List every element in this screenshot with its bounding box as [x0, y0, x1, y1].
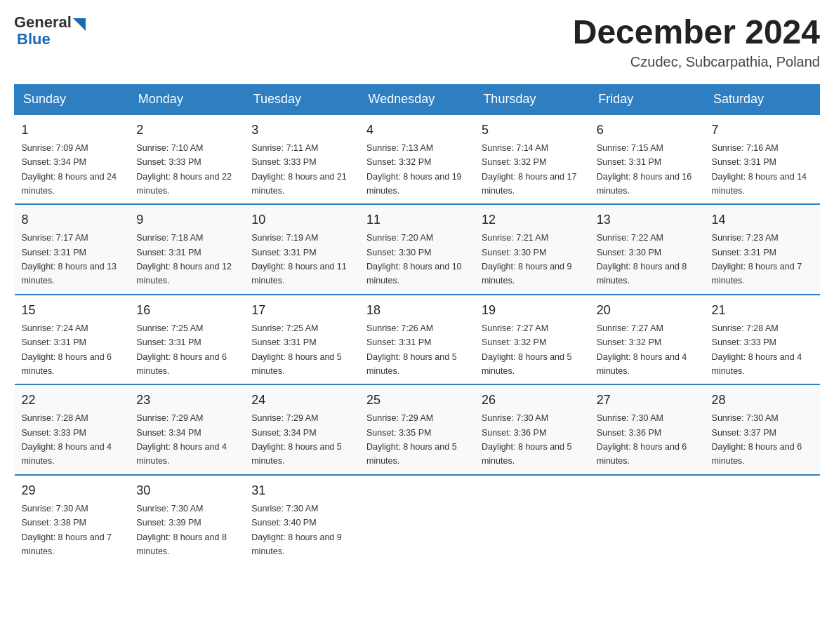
calendar-title: December 2024: [573, 14, 820, 51]
logo-arrow-icon: [73, 18, 86, 31]
calendar-cell: 10Sunrise: 7:19 AMSunset: 3:31 PMDayligh…: [244, 204, 359, 295]
day-info: Sunrise: 7:24 AMSunset: 3:31 PMDaylight:…: [22, 323, 112, 376]
calendar-cell: 6Sunrise: 7:15 AMSunset: 3:31 PMDaylight…: [590, 114, 705, 205]
day-info: Sunrise: 7:15 AMSunset: 3:31 PMDaylight:…: [597, 143, 692, 196]
day-number: 1: [22, 121, 123, 140]
day-number: 4: [366, 121, 468, 140]
calendar-cell: 18Sunrise: 7:26 AMSunset: 3:31 PMDayligh…: [359, 295, 475, 385]
calendar-cell: 4Sunrise: 7:13 AMSunset: 3:32 PMDaylight…: [359, 114, 475, 205]
calendar-cell: 28Sunrise: 7:30 AMSunset: 3:37 PMDayligh…: [705, 384, 820, 475]
day-number: 16: [136, 301, 237, 320]
day-number: 20: [597, 301, 698, 320]
calendar-cell: 3Sunrise: 7:11 AMSunset: 3:33 PMDaylight…: [244, 114, 359, 205]
day-info: Sunrise: 7:27 AMSunset: 3:32 PMDaylight:…: [597, 323, 687, 376]
calendar-cell: [359, 475, 475, 565]
calendar-cell: 8Sunrise: 7:17 AMSunset: 3:31 PMDaylight…: [15, 204, 130, 295]
calendar-cell: 22Sunrise: 7:28 AMSunset: 3:33 PMDayligh…: [15, 384, 130, 475]
title-area: December 2024 Czudec, Subcarpathia, Pola…: [573, 14, 820, 70]
day-number: 10: [251, 210, 352, 229]
calendar-cell: 27Sunrise: 7:30 AMSunset: 3:36 PMDayligh…: [590, 384, 705, 475]
calendar-cell: 14Sunrise: 7:23 AMSunset: 3:31 PMDayligh…: [705, 204, 820, 295]
calendar-cell: [705, 475, 820, 565]
weekday-header-monday: Monday: [129, 84, 244, 114]
day-number: 18: [366, 301, 468, 320]
day-info: Sunrise: 7:30 AMSunset: 3:40 PMDaylight:…: [251, 504, 342, 556]
day-info: Sunrise: 7:19 AMSunset: 3:31 PMDaylight:…: [251, 233, 347, 286]
calendar-cell: [475, 475, 590, 565]
calendar-cell: 7Sunrise: 7:16 AMSunset: 3:31 PMDaylight…: [705, 114, 820, 205]
day-number: 17: [251, 301, 352, 320]
day-info: Sunrise: 7:29 AMSunset: 3:34 PMDaylight:…: [136, 413, 227, 466]
calendar-cell: 30Sunrise: 7:30 AMSunset: 3:39 PMDayligh…: [129, 475, 244, 565]
day-number: 5: [482, 121, 583, 140]
weekday-header-row: SundayMondayTuesdayWednesdayThursdayFrid…: [15, 84, 820, 114]
calendar-cell: 20Sunrise: 7:27 AMSunset: 3:32 PMDayligh…: [590, 295, 705, 385]
day-number: 30: [136, 481, 237, 500]
day-number: 7: [712, 121, 813, 140]
day-info: Sunrise: 7:10 AMSunset: 3:33 PMDaylight:…: [136, 143, 232, 196]
calendar-week-row: 22Sunrise: 7:28 AMSunset: 3:33 PMDayligh…: [15, 384, 820, 475]
day-info: Sunrise: 7:21 AMSunset: 3:30 PMDaylight:…: [482, 233, 572, 286]
calendar-week-row: 1Sunrise: 7:09 AMSunset: 3:34 PMDaylight…: [15, 114, 820, 205]
calendar-cell: 11Sunrise: 7:20 AMSunset: 3:30 PMDayligh…: [359, 204, 475, 295]
day-info: Sunrise: 7:20 AMSunset: 3:30 PMDaylight:…: [366, 233, 462, 286]
logo-general-text: General: [14, 13, 72, 31]
day-info: Sunrise: 7:29 AMSunset: 3:34 PMDaylight:…: [251, 413, 342, 466]
calendar-week-row: 8Sunrise: 7:17 AMSunset: 3:31 PMDaylight…: [15, 204, 820, 295]
calendar-cell: 15Sunrise: 7:24 AMSunset: 3:31 PMDayligh…: [15, 295, 130, 385]
weekday-header-saturday: Saturday: [705, 84, 820, 114]
calendar-cell: 5Sunrise: 7:14 AMSunset: 3:32 PMDaylight…: [475, 114, 590, 205]
day-info: Sunrise: 7:11 AMSunset: 3:33 PMDaylight:…: [251, 143, 347, 196]
day-info: Sunrise: 7:30 AMSunset: 3:39 PMDaylight:…: [136, 504, 227, 556]
day-info: Sunrise: 7:27 AMSunset: 3:32 PMDaylight:…: [482, 323, 572, 376]
day-info: Sunrise: 7:30 AMSunset: 3:38 PMDaylight:…: [22, 504, 112, 556]
weekday-header-thursday: Thursday: [475, 84, 590, 114]
day-number: 22: [22, 391, 123, 410]
calendar-cell: 23Sunrise: 7:29 AMSunset: 3:34 PMDayligh…: [129, 384, 244, 475]
logo: GeneralBlue: [14, 14, 86, 48]
weekday-header-sunday: Sunday: [15, 84, 130, 114]
day-info: Sunrise: 7:17 AMSunset: 3:31 PMDaylight:…: [22, 233, 117, 286]
day-info: Sunrise: 7:29 AMSunset: 3:35 PMDaylight:…: [366, 413, 457, 466]
weekday-header-wednesday: Wednesday: [359, 84, 475, 114]
day-number: 29: [22, 481, 123, 500]
day-info: Sunrise: 7:25 AMSunset: 3:31 PMDaylight:…: [251, 323, 342, 376]
calendar-cell: 17Sunrise: 7:25 AMSunset: 3:31 PMDayligh…: [244, 295, 359, 385]
day-number: 8: [22, 210, 123, 229]
day-number: 14: [712, 210, 813, 229]
day-number: 3: [251, 121, 352, 140]
calendar-cell: 19Sunrise: 7:27 AMSunset: 3:32 PMDayligh…: [475, 295, 590, 385]
calendar-cell: 9Sunrise: 7:18 AMSunset: 3:31 PMDaylight…: [129, 204, 244, 295]
day-number: 26: [482, 391, 583, 410]
day-info: Sunrise: 7:16 AMSunset: 3:31 PMDaylight:…: [712, 143, 807, 196]
day-info: Sunrise: 7:09 AMSunset: 3:34 PMDaylight:…: [22, 143, 117, 196]
day-number: 12: [482, 210, 583, 229]
calendar-cell: 21Sunrise: 7:28 AMSunset: 3:33 PMDayligh…: [705, 295, 820, 385]
calendar-cell: 2Sunrise: 7:10 AMSunset: 3:33 PMDaylight…: [129, 114, 244, 205]
day-number: 11: [366, 210, 468, 229]
day-info: Sunrise: 7:18 AMSunset: 3:31 PMDaylight:…: [136, 233, 232, 286]
calendar-cell: 16Sunrise: 7:25 AMSunset: 3:31 PMDayligh…: [129, 295, 244, 385]
logo-blue-text: Blue: [17, 30, 51, 48]
calendar-cell: 29Sunrise: 7:30 AMSunset: 3:38 PMDayligh…: [15, 475, 130, 565]
day-info: Sunrise: 7:13 AMSunset: 3:32 PMDaylight:…: [366, 143, 462, 196]
day-info: Sunrise: 7:28 AMSunset: 3:33 PMDaylight:…: [712, 323, 802, 376]
day-number: 9: [136, 210, 237, 229]
day-number: 24: [251, 391, 352, 410]
day-number: 21: [712, 301, 813, 320]
calendar-cell: 12Sunrise: 7:21 AMSunset: 3:30 PMDayligh…: [475, 204, 590, 295]
calendar-week-row: 15Sunrise: 7:24 AMSunset: 3:31 PMDayligh…: [15, 295, 820, 385]
calendar-cell: 13Sunrise: 7:22 AMSunset: 3:30 PMDayligh…: [590, 204, 705, 295]
day-number: 2: [136, 121, 237, 140]
day-info: Sunrise: 7:28 AMSunset: 3:33 PMDaylight:…: [22, 413, 112, 466]
day-number: 28: [712, 391, 813, 410]
calendar-cell: [590, 475, 705, 565]
calendar-table: SundayMondayTuesdayWednesdayThursdayFrid…: [14, 84, 820, 565]
day-info: Sunrise: 7:23 AMSunset: 3:31 PMDaylight:…: [712, 233, 802, 286]
day-number: 27: [597, 391, 698, 410]
day-number: 31: [251, 481, 352, 500]
calendar-cell: 26Sunrise: 7:30 AMSunset: 3:36 PMDayligh…: [475, 384, 590, 475]
weekday-header-friday: Friday: [590, 84, 705, 114]
svg-marker-0: [73, 18, 86, 31]
day-number: 19: [482, 301, 583, 320]
